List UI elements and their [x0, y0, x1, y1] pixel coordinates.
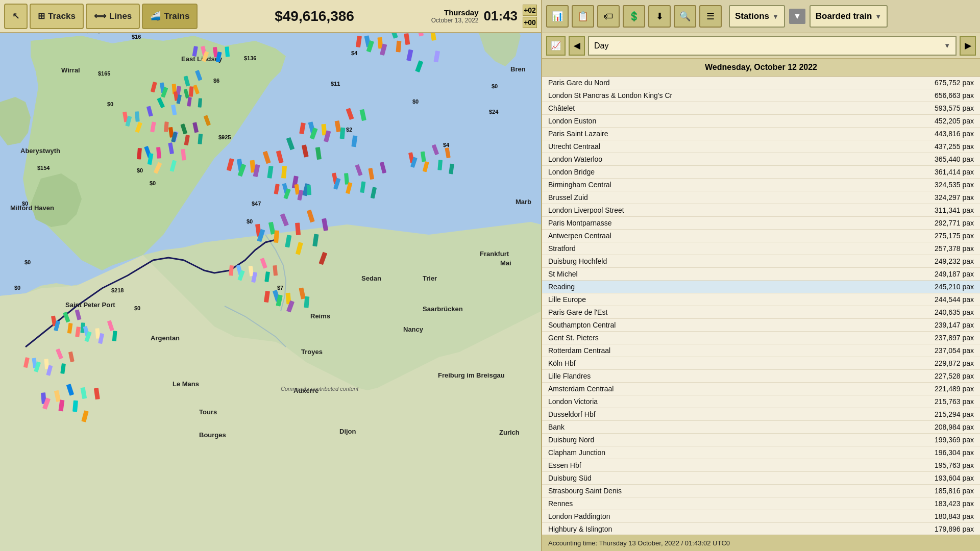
- boarded-dropdown-label: Boarded train: [816, 11, 872, 21]
- station-row[interactable]: Dusseldorf Hbf215,294 pax: [542, 408, 980, 421]
- station-name: Rennes: [548, 499, 573, 508]
- station-row[interactable]: Paris Gare du Nord675,752 pax: [542, 77, 980, 89]
- status-text: Accounting time: Thursday 13 October, 20…: [548, 539, 730, 547]
- station-name: Lille Europe: [548, 295, 586, 304]
- right-panel: 📊 📋 🏷 💲 ⬇ 🔍 ☰ Stations ▼ ▼ Boarded train…: [541, 0, 980, 551]
- station-pax: 193,604 pax: [923, 474, 974, 482]
- station-row[interactable]: Duisburg Hochfeld249,232 pax: [542, 255, 980, 268]
- panel-icon-money[interactable]: 💲: [623, 5, 645, 28]
- stations-dropdown-arrow: ▼: [772, 13, 779, 20]
- station-name: Reading: [548, 283, 575, 291]
- station-row[interactable]: Highbury & Islington179,896 pax: [542, 523, 980, 535]
- station-row[interactable]: Rennes183,423 pax: [542, 497, 980, 510]
- station-row[interactable]: Clapham Junction196,304 pax: [542, 446, 980, 459]
- panel-icon-list[interactable]: 📋: [572, 5, 594, 28]
- community-text: Community contributed content: [281, 386, 358, 392]
- station-pax: 361,414 pax: [923, 168, 974, 176]
- time-display: 01:43: [484, 8, 518, 24]
- chart-view-button[interactable]: 📈: [546, 36, 566, 56]
- date-weekday: Thursday: [431, 8, 479, 17]
- station-row[interactable]: London St Pancras & London King's Cr656,…: [542, 89, 980, 102]
- date-full: October 13, 2022: [431, 17, 479, 24]
- panel-icon-chart[interactable]: 📊: [546, 5, 569, 28]
- station-row[interactable]: London Waterloo365,440 pax: [542, 153, 980, 166]
- station-row[interactable]: Duisburg Süd193,604 pax: [542, 472, 980, 485]
- station-name: Brussel Zuid: [548, 193, 588, 202]
- trains-button[interactable]: 🚄 Trains: [142, 4, 198, 29]
- station-row[interactable]: Bank208,984 pax: [542, 421, 980, 434]
- station-row[interactable]: Amsterdam Centraal221,489 pax: [542, 383, 980, 395]
- station-row[interactable]: Gent St. Pieters237,897 pax: [542, 332, 980, 344]
- station-row[interactable]: Châtelet593,575 pax: [542, 102, 980, 115]
- station-list[interactable]: Paris Gare du Nord675,752 paxLondon St P…: [542, 77, 980, 535]
- trains-label: Trains: [164, 11, 189, 21]
- boarded-dropdown-arrow: ▼: [875, 13, 881, 20]
- panel-icon-search[interactable]: 🔍: [674, 5, 696, 28]
- station-row[interactable]: Stratford257,378 pax: [542, 242, 980, 255]
- panel-icon-download[interactable]: ⬇: [648, 5, 671, 28]
- stations-dropdown[interactable]: Stations ▼: [729, 5, 785, 28]
- station-name: Highbury & Islington: [548, 525, 612, 533]
- station-pax: 199,369 pax: [923, 436, 974, 444]
- pointer-tool-button[interactable]: ↖: [4, 4, 28, 29]
- tracks-button[interactable]: ⊞ Tracks: [30, 4, 84, 29]
- station-pax: 227,528 pax: [923, 372, 974, 380]
- station-pax: 183,423 pax: [923, 499, 974, 508]
- station-pax: 208,984 pax: [923, 423, 974, 431]
- station-row[interactable]: Strasbourg Saint Denis185,816 pax: [542, 485, 980, 497]
- station-row[interactable]: Paris Gare de l'Est240,635 pax: [542, 306, 980, 319]
- station-row[interactable]: Lille Europe244,544 pax: [542, 293, 980, 306]
- station-row[interactable]: Birmingham Central324,535 pax: [542, 179, 980, 191]
- station-row[interactable]: London Euston452,205 pax: [542, 115, 980, 128]
- boarded-dropdown[interactable]: Boarded train ▼: [810, 5, 888, 28]
- station-name: Amsterdam Centraal: [548, 385, 614, 393]
- station-row[interactable]: Southampton Central239,147 pax: [542, 319, 980, 332]
- station-row[interactable]: London Victoria215,763 pax: [542, 395, 980, 408]
- nav-prev-button[interactable]: ◀: [569, 36, 585, 56]
- panel-icon-tag[interactable]: 🏷: [597, 5, 620, 28]
- station-pax: 452,205 pax: [923, 117, 974, 125]
- station-name: London St Pancras & London King's Cr: [548, 91, 672, 99]
- station-row[interactable]: St Michel249,187 pax: [542, 268, 980, 281]
- station-row[interactable]: Lille Flandres227,528 pax: [542, 370, 980, 383]
- speed-zero-button[interactable]: +00: [523, 17, 537, 28]
- station-pax: 249,187 pax: [923, 270, 974, 278]
- station-row[interactable]: Köln Hbf229,872 pax: [542, 357, 980, 370]
- station-row[interactable]: London Liverpool Street311,341 pax: [542, 204, 980, 217]
- station-row[interactable]: Utrecht Centraal437,255 pax: [542, 140, 980, 153]
- station-row[interactable]: London Paddington180,843 pax: [542, 510, 980, 523]
- speed-controls: +02 +00: [523, 5, 537, 28]
- station-row[interactable]: Rotterdam Centraal237,054 pax: [542, 344, 980, 357]
- station-pax: 324,297 pax: [923, 193, 974, 202]
- station-pax: 215,763 pax: [923, 397, 974, 406]
- nav-next-button[interactable]: ▶: [960, 36, 976, 56]
- station-row[interactable]: Duisburg Nord199,369 pax: [542, 434, 980, 446]
- station-row[interactable]: Paris Montparnasse292,771 pax: [542, 217, 980, 230]
- filter-arrow-btn[interactable]: ▼: [789, 9, 805, 24]
- station-name: London Paddington: [548, 512, 610, 520]
- station-pax: 195,763 pax: [923, 461, 974, 469]
- station-pax: 240,635 pax: [923, 308, 974, 316]
- station-row[interactable]: London Bridge361,414 pax: [542, 166, 980, 179]
- lines-button[interactable]: ⟺ Lines: [86, 4, 140, 29]
- panel-icon-menu[interactable]: ☰: [699, 5, 722, 28]
- station-row[interactable]: Brussel Zuid324,297 pax: [542, 191, 980, 204]
- speed-plus-button[interactable]: +02: [523, 5, 537, 16]
- station-name: Birmingham Central: [548, 181, 611, 189]
- station-row[interactable]: Essen Hbf195,763 pax: [542, 459, 980, 472]
- station-name: London Liverpool Street: [548, 206, 624, 214]
- station-pax: 593,575 pax: [923, 104, 974, 112]
- station-name: Paris Gare du Nord: [548, 79, 610, 87]
- stations-dropdown-label: Stations: [735, 11, 769, 21]
- money-display: $49,616,386: [275, 8, 354, 24]
- station-row[interactable]: Antwerpen Centraal275,175 pax: [542, 230, 980, 242]
- day-dropdown[interactable]: Day ▼: [588, 36, 957, 56]
- station-pax: 249,232 pax: [923, 257, 974, 265]
- panel-top-icons: 📊 📋 🏷 💲 ⬇ 🔍 ☰ Stations ▼ ▼ Boarded train…: [542, 0, 980, 33]
- map-container[interactable]: Wirral Aberystwyth Milford Haven East Li…: [0, 0, 541, 551]
- station-name: Châtelet: [548, 104, 575, 112]
- station-name: London Waterloo: [548, 155, 602, 163]
- station-row[interactable]: Paris Saint Lazaire443,816 pax: [542, 128, 980, 140]
- station-row[interactable]: Reading245,210 pax: [542, 281, 980, 293]
- station-pax: 221,489 pax: [923, 385, 974, 393]
